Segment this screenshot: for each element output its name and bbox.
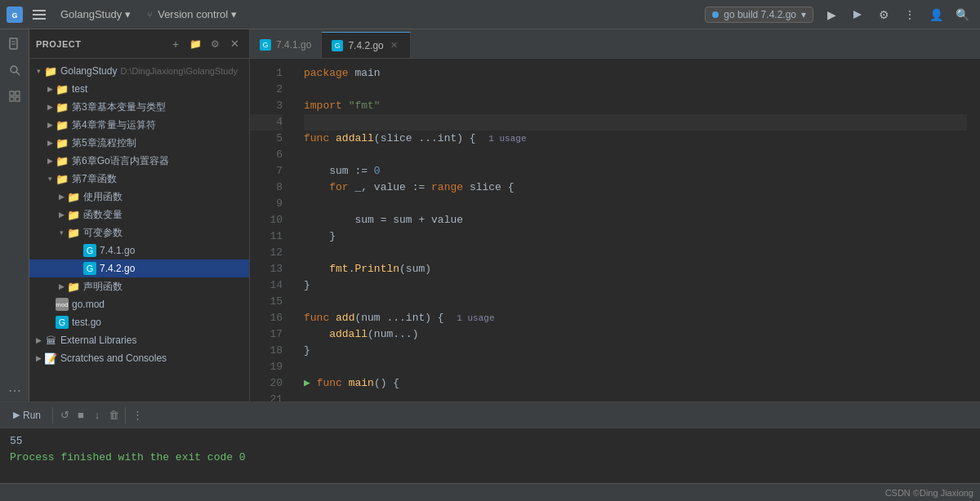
status-right: CSDN ©Ding Jiaxiong (885, 488, 973, 498)
tree-item-ch3[interactable]: ▶ 📁 第3章基本变量与类型 (29, 98, 249, 116)
tree-item-ch6[interactable]: ▶ 📁 第6章Go语言内置容器 (29, 152, 249, 170)
arrow-icon: ▾ (56, 227, 67, 238)
folder-icon: 📁 (56, 154, 69, 167)
arrow-icon: ▶ (33, 352, 44, 364)
arrow-icon: ▶ (44, 137, 56, 149)
more-button[interactable]: ⋮ (898, 5, 921, 24)
arrow-icon: ▶ (44, 83, 56, 95)
bottom-panel: ▶ Run ↺ ■ ↓ 🗑 ⋮ 55 Process finished with… (0, 401, 980, 483)
arrow-icon: ▶ (56, 191, 67, 202)
go-file-icon: G (56, 316, 69, 329)
tree-item-gomod[interactable]: ▶ mod go.mod (29, 295, 249, 313)
run-tab-button[interactable]: ▶ Run (7, 408, 47, 423)
sidebar: Project + 📁 ⚙ ✕ ▾ 📁 GolangStudy D:\DingJ… (29, 29, 250, 401)
copyright-label: CSDN ©Ding Jiaxiong (885, 488, 973, 498)
new-folder-button[interactable]: 📁 (187, 36, 203, 52)
tree-item-742go[interactable]: ▶ G 7.4.2.go (29, 259, 249, 277)
code-editor[interactable]: package main import "fmt" func addall(sl… (291, 59, 980, 401)
mod-file-icon: mod (56, 298, 69, 311)
tree-item-test[interactable]: ▶ 📁 test (29, 80, 249, 98)
run-config-selector[interactable]: go build 7.4.2.go ▾ (705, 7, 813, 23)
tree-item-decl-fn[interactable]: ▶ 📁 声明函数 (29, 277, 249, 295)
libs-icon: 🏛 (44, 334, 57, 347)
activity-files[interactable] (3, 33, 26, 55)
arrow-icon: ▶ (56, 281, 67, 292)
tree-item-ch4[interactable]: ▶ 📁 第4章常量与运算符 (29, 116, 249, 134)
new-file-button[interactable]: + (167, 36, 184, 52)
topbar-actions: ▶ ⚙ ⋮ 👤 🔍 (820, 5, 973, 24)
tree-item-use-fn[interactable]: ▶ 📁 使用函数 (29, 188, 249, 206)
tree-item-fn-var[interactable]: ▶ 📁 函数变量 (29, 206, 249, 224)
arrow-icon: ▾ (44, 173, 56, 184)
tree-item-golang-study[interactable]: ▾ 📁 GolangStudy D:\DingJiaxiong\GolangSt… (29, 62, 249, 80)
folder-icon: 📁 (56, 118, 69, 131)
svg-rect-10 (10, 97, 14, 101)
activity-plugins[interactable] (3, 85, 26, 108)
project-menu[interactable]: GolangStudy ▾ (56, 8, 136, 20)
activity-bar: ⋯ (0, 29, 29, 401)
vcs-menu[interactable]: ⑂ Version control ▾ (142, 8, 242, 20)
tree-item-ext-libs[interactable]: ▶ 🏛 External Libraries (29, 331, 249, 349)
sidebar-settings-button[interactable]: ⚙ (207, 36, 223, 52)
tab-bar: G 7.4.1.go G 7.4.2.go ✕ (250, 29, 980, 59)
main-area: ⋯ Project + 📁 ⚙ ✕ ▾ 📁 GolangStudy D:\Din… (0, 29, 980, 401)
topbar: G GolangStudy ▾ ⑂ Version control ▾ go b… (0, 0, 980, 29)
toolbar-separator (52, 407, 53, 423)
tab-close-button[interactable]: ✕ (389, 40, 400, 51)
svg-line-7 (16, 72, 20, 75)
svg-rect-9 (16, 91, 20, 95)
arrow-icon: ▶ (33, 335, 44, 346)
tab-file-icon: G (332, 40, 343, 51)
status-bar: CSDN ©Ding Jiaxiong (0, 483, 980, 501)
folder-icon: 📁 (67, 226, 80, 239)
tab-file-icon: G (260, 39, 271, 51)
toolbar-separator2 (125, 407, 126, 423)
folder-icon: 📁 (56, 136, 69, 149)
bottom-toolbar: ▶ Run ↺ ■ ↓ 🗑 ⋮ (0, 402, 980, 428)
more-options-button[interactable]: ⋮ (131, 409, 144, 422)
scroll-down-button[interactable]: ↓ (91, 409, 104, 422)
folder-icon: 📁 (67, 190, 80, 203)
tree-item-variadic[interactable]: ▾ 📁 可变参数 (29, 224, 249, 242)
svg-point-6 (11, 66, 17, 73)
tree-item-ch7[interactable]: ▾ 📁 第7章函数 (29, 170, 249, 188)
clear-button[interactable]: 🗑 (107, 409, 120, 422)
tree-item-741go[interactable]: ▶ G 7.4.1.go (29, 242, 249, 259)
settings-button[interactable]: ⚙ (872, 5, 895, 24)
go-file-icon: G (83, 262, 96, 275)
arrow-icon: ▾ (33, 65, 44, 77)
arrow-icon: ▶ (44, 155, 56, 166)
folder-icon: 📁 (56, 82, 69, 95)
search-button[interactable]: 🔍 (951, 5, 973, 24)
rerun-button[interactable]: ↺ (58, 409, 71, 422)
arrow-icon: ▶ (56, 209, 67, 220)
svg-marker-2 (853, 11, 862, 19)
app-icon: G (7, 7, 23, 23)
arrow-icon: ▶ (44, 119, 56, 131)
sidebar-close-button[interactable]: ✕ (226, 36, 243, 52)
activity-search[interactable] (3, 59, 26, 82)
folder-icon: 📁 (67, 208, 80, 221)
run-button[interactable]: ▶ (820, 5, 843, 24)
tree-item-testgo[interactable]: ▶ G test.go (29, 313, 249, 331)
tree-item-scratches[interactable]: ▶ 📝 Scratches and Consoles (29, 349, 249, 367)
editor-content: 1 2 3 4 5 6 7 8 9 10 11 12 13 14 15 16 1… (250, 59, 980, 401)
hamburger-menu[interactable] (29, 7, 49, 23)
svg-text:G: G (11, 11, 17, 20)
scratches-icon: 📝 (44, 352, 57, 365)
stop-button[interactable]: ■ (74, 409, 87, 422)
folder-icon: 📁 (44, 64, 57, 78)
activity-more[interactable]: ⋯ (3, 379, 26, 401)
svg-rect-8 (10, 91, 14, 95)
console-process-line: Process finished with the exit code 0 (10, 450, 970, 466)
debug-button[interactable] (846, 5, 869, 24)
line-numbers: 1 2 3 4 5 6 7 8 9 10 11 12 13 14 15 16 1… (250, 59, 291, 401)
account-button[interactable]: 👤 (924, 5, 947, 24)
tree-item-ch5[interactable]: ▶ 📁 第5章流程控制 (29, 134, 249, 152)
run-config-dot (712, 11, 719, 18)
svg-rect-11 (16, 97, 20, 101)
tab-741go[interactable]: G 7.4.1.go (250, 32, 322, 58)
folder-icon: 📁 (56, 100, 69, 113)
folder-icon: 📁 (56, 172, 69, 185)
tab-742go[interactable]: G 7.4.2.go ✕ (322, 32, 410, 58)
